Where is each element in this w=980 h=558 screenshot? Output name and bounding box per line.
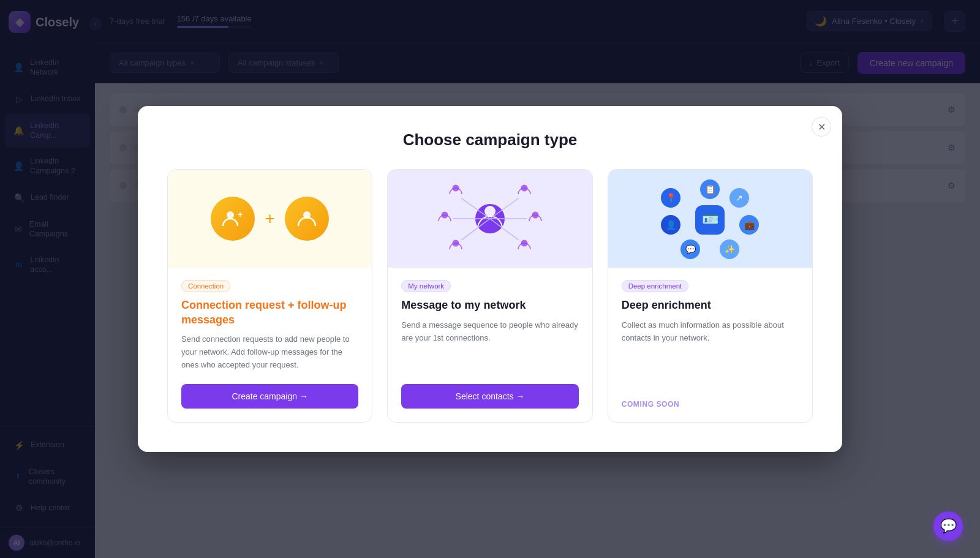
chat-widget-button[interactable]: 💬 bbox=[933, 511, 963, 541]
select-contacts-button[interactable]: Select contacts → bbox=[401, 384, 578, 409]
plus-icon: + bbox=[265, 209, 274, 228]
modal-title: Choose campaign type bbox=[167, 130, 813, 149]
network-card-title: Message to my network bbox=[401, 298, 578, 312]
connection-campaign-card: + + Connection Connection request + foll… bbox=[167, 169, 372, 422]
svg-text:🪪: 🪪 bbox=[702, 211, 719, 227]
coming-soon-badge: COMING SOON bbox=[622, 393, 799, 409]
modal-overlay: ✕ Choose campaign type + + bbox=[0, 0, 980, 558]
enrichment-campaign-card: 🪪 📋 ↗ 💼 📍 bbox=[608, 169, 813, 422]
add-person-icon: + bbox=[211, 197, 255, 241]
enrichment-card-desc: Collect as much information as possible … bbox=[622, 319, 799, 380]
svg-text:💼: 💼 bbox=[744, 220, 755, 230]
svg-text:👤: 👤 bbox=[666, 220, 677, 230]
svg-point-4 bbox=[484, 206, 496, 217]
network-card-body: My network Message to my network Send a … bbox=[388, 268, 592, 421]
network-campaign-card: My network Message to my network Send a … bbox=[387, 169, 592, 422]
svg-point-0 bbox=[227, 211, 234, 219]
network-illustration bbox=[388, 170, 592, 268]
modal-close-button[interactable]: ✕ bbox=[812, 117, 831, 137]
connection-card-title: Connection request + follow-up messages bbox=[181, 298, 358, 327]
close-icon: ✕ bbox=[818, 121, 826, 133]
network-tag: My network bbox=[401, 280, 451, 292]
network-card-desc: Send a message sequence to people who al… bbox=[401, 319, 578, 372]
create-campaign-card-button[interactable]: Create campaign → bbox=[181, 384, 358, 409]
svg-text:📍: 📍 bbox=[666, 193, 677, 203]
svg-text:+: + bbox=[238, 209, 243, 219]
enrichment-illustration: 🪪 📋 ↗ 💼 📍 bbox=[608, 170, 812, 268]
enrichment-tag: Deep enrichment bbox=[622, 280, 689, 292]
campaign-cards-row: + + Connection Connection request + foll… bbox=[167, 169, 813, 422]
connection-card-body: Connection Connection request + follow-u… bbox=[168, 268, 372, 421]
svg-text:💬: 💬 bbox=[685, 244, 696, 255]
person-icon bbox=[285, 197, 329, 241]
svg-text:✨: ✨ bbox=[725, 244, 736, 255]
connection-tag: Connection bbox=[181, 280, 230, 292]
campaign-type-modal: ✕ Choose campaign type + + bbox=[138, 106, 842, 451]
svg-text:↗: ↗ bbox=[736, 193, 743, 203]
connection-card-desc: Send connection requests to add new peop… bbox=[181, 333, 358, 371]
enrichment-card-title: Deep enrichment bbox=[622, 298, 799, 312]
enrichment-card-body: Deep enrichment Deep enrichment Collect … bbox=[608, 268, 812, 421]
connection-illustration: + + bbox=[168, 170, 372, 268]
svg-text:📋: 📋 bbox=[705, 184, 716, 195]
